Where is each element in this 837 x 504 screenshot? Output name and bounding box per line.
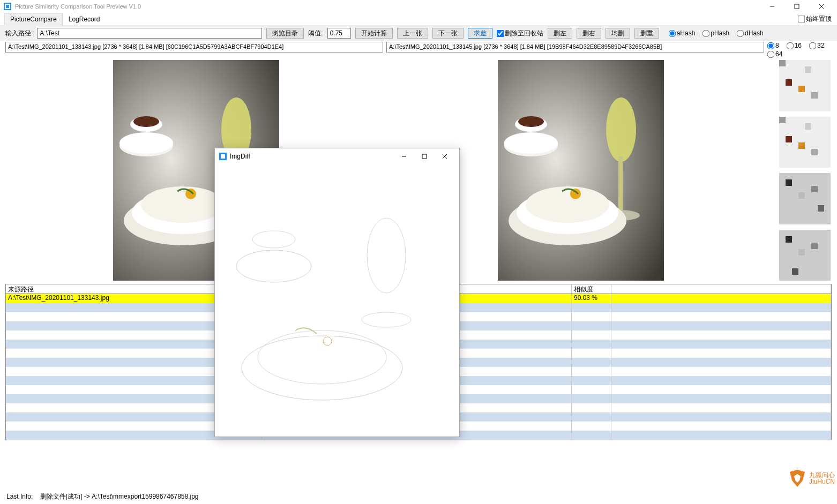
left-image-info: A:\Test\IMG_20201101_133143.jpg [2736 * … xyxy=(5,42,383,52)
col-similarity[interactable]: 相似度 xyxy=(572,284,611,294)
dialog-titlebar[interactable]: ImgDiff xyxy=(215,148,459,164)
svg-rect-56 xyxy=(422,154,427,159)
svg-rect-19 xyxy=(498,60,664,281)
tab-bar: PictureCompare LogRecord 始终置顶 xyxy=(0,13,837,26)
size-16-radio[interactable]: 16 xyxy=(787,42,802,49)
info-bar: A:\Test\IMG_20201101_133143.jpg [2736 * … xyxy=(0,41,837,59)
col-right[interactable] xyxy=(611,284,831,294)
svg-rect-35 xyxy=(798,86,805,92)
input-path-label: 输入路径: xyxy=(5,29,33,38)
svg-rect-46 xyxy=(798,192,805,199)
threshold-label: 阈值: xyxy=(308,29,323,38)
maximize-button[interactable] xyxy=(784,0,809,13)
window-titlebar: Picture Similarity Comparison Tool Previ… xyxy=(0,0,837,13)
svg-rect-33 xyxy=(805,66,811,73)
recycle-checkbox[interactable]: 删除至回收站 xyxy=(497,29,543,38)
phash-radio[interactable]: pHash xyxy=(703,29,729,37)
dialog-body xyxy=(215,164,459,437)
window-title: Picture Similarity Comparison Tool Previ… xyxy=(15,3,760,10)
dhash-radio[interactable]: dHash xyxy=(737,29,764,37)
svg-rect-34 xyxy=(786,79,792,86)
diff-image xyxy=(215,164,459,437)
right-image-info: A:\Test\IMG_20201101_133145.jpg [2736 * … xyxy=(386,42,764,52)
svg-rect-47 xyxy=(818,205,824,212)
hash-thumb-1 xyxy=(778,60,832,111)
delete-dup-button[interactable]: 删重 xyxy=(634,28,659,39)
minimize-button[interactable] xyxy=(760,0,784,13)
svg-rect-32 xyxy=(779,60,786,66)
svg-rect-42 xyxy=(811,149,818,155)
fox-icon xyxy=(788,469,807,488)
dialog-maximize-button[interactable] xyxy=(414,149,435,164)
status-prefix: Last Info: xyxy=(6,493,33,500)
size-8-radio[interactable]: 8 xyxy=(767,42,779,49)
diff-button[interactable]: 求差 xyxy=(468,28,492,39)
size-64-radio[interactable]: 64 xyxy=(767,50,782,58)
ahash-radio[interactable]: aHash xyxy=(669,29,696,37)
svg-point-20 xyxy=(606,97,636,162)
prev-button[interactable]: 上一张 xyxy=(397,28,428,39)
delete-right-button[interactable]: 删右 xyxy=(577,28,601,39)
status-text: 删除文件[成功] -> A:\Test\mmexport159986746785… xyxy=(40,493,199,500)
svg-rect-2 xyxy=(6,5,9,8)
size-32-radio[interactable]: 32 xyxy=(809,42,824,49)
svg-point-14 xyxy=(133,116,159,127)
tab-picture-compare[interactable]: PictureCompare xyxy=(4,13,63,25)
status-bar: Last Info: 删除文件[成功] -> A:\Test\mmexport1… xyxy=(0,490,837,504)
svg-rect-39 xyxy=(805,123,811,130)
svg-point-24 xyxy=(504,132,558,154)
dialog-title: ImgDiff xyxy=(230,153,394,160)
threshold-field[interactable] xyxy=(327,28,351,39)
svg-rect-44 xyxy=(786,179,792,186)
svg-rect-21 xyxy=(618,156,623,210)
svg-point-26 xyxy=(518,116,544,127)
dialog-icon xyxy=(219,153,227,160)
hash-thumb-3 xyxy=(778,173,832,224)
right-photo xyxy=(498,60,664,281)
always-on-top-input[interactable] xyxy=(798,16,805,23)
toolbar: 输入路径: 浏览目录 阈值: 开始计算 上一张 下一张 求差 删除至回收站 删左… xyxy=(0,26,837,41)
hash-thumb-2 xyxy=(778,117,832,168)
close-button[interactable] xyxy=(809,0,834,13)
always-on-top-checkbox[interactable]: 始终置顶 xyxy=(798,14,832,24)
svg-point-29 xyxy=(526,186,609,223)
input-path-field[interactable] xyxy=(37,28,262,39)
delete-left-button[interactable]: 删左 xyxy=(548,28,572,39)
tab-log-record[interactable]: LogRecord xyxy=(63,13,106,25)
svg-rect-4 xyxy=(795,4,799,9)
svg-rect-54 xyxy=(221,154,225,159)
svg-rect-36 xyxy=(811,92,818,99)
cell-similarity: 90.03 % xyxy=(572,294,611,303)
dialog-minimize-button[interactable] xyxy=(394,149,414,164)
delete-both-button[interactable]: 均删 xyxy=(606,28,630,39)
svg-rect-59 xyxy=(215,164,459,437)
watermark-logo: 九狐问心 JiuHuCN xyxy=(788,469,835,488)
svg-rect-38 xyxy=(779,117,786,123)
svg-rect-49 xyxy=(786,236,792,243)
start-button[interactable]: 开始计算 xyxy=(355,28,393,39)
svg-rect-45 xyxy=(811,186,818,192)
browse-button[interactable]: 浏览目录 xyxy=(266,28,304,39)
dialog-close-button[interactable] xyxy=(435,149,455,164)
svg-rect-41 xyxy=(798,142,805,149)
app-icon xyxy=(3,2,12,11)
imgdiff-dialog[interactable]: ImgDiff xyxy=(214,148,460,437)
svg-rect-50 xyxy=(811,243,818,249)
svg-point-12 xyxy=(119,132,173,154)
svg-rect-52 xyxy=(792,268,798,275)
svg-rect-51 xyxy=(798,249,805,255)
hash-thumb-4 xyxy=(778,230,832,281)
svg-rect-40 xyxy=(786,136,792,142)
hash-thumbnail-column xyxy=(775,60,832,281)
svg-point-17 xyxy=(141,186,225,223)
recycle-input[interactable] xyxy=(496,29,504,37)
next-button[interactable]: 下一张 xyxy=(432,28,464,39)
